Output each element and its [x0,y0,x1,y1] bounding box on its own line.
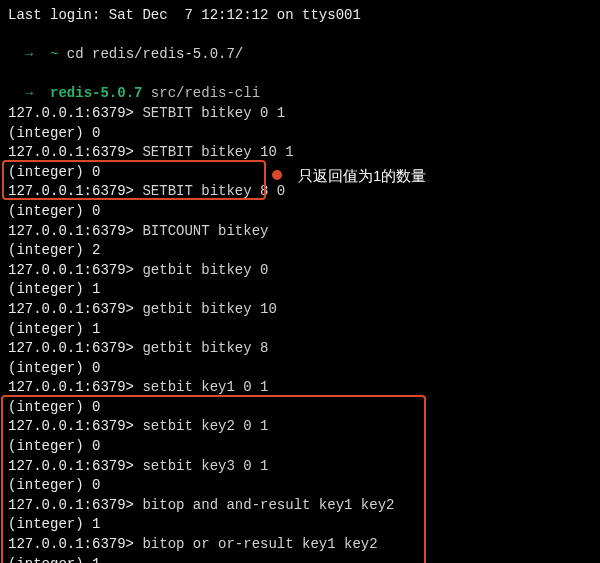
redis-prompt: 127.0.0.1:6379> [8,105,134,121]
shell-command: src/redis-cli [151,85,260,101]
redis-command-line[interactable]: 127.0.0.1:6379> getbit bitkey 8 [8,339,592,359]
redis-command-line[interactable]: 127.0.0.1:6379> SETBIT bitkey 10 1 [8,143,592,163]
redis-output: (integer) 1 [8,320,592,340]
redis-prompt: 127.0.0.1:6379> [8,458,134,474]
redis-prompt: 127.0.0.1:6379> [8,183,134,199]
redis-command: bitop or or-result key1 key2 [134,536,378,552]
redis-command-line[interactable]: 127.0.0.1:6379> setbit key1 0 1 [8,378,592,398]
redis-command-line[interactable]: 127.0.0.1:6379> setbit key2 0 1 [8,417,592,437]
redis-command-line[interactable]: 127.0.0.1:6379> bitop and and-result key… [8,496,592,516]
redis-output: (integer) 1 [8,515,592,535]
redis-command-line[interactable]: 127.0.0.1:6379> getbit bitkey 0 [8,261,592,281]
redis-command: SETBIT bitkey 0 1 [134,105,285,121]
redis-command: SETBIT bitkey 8 0 [134,183,285,199]
redis-prompt: 127.0.0.1:6379> [8,144,134,160]
redis-output: (integer) 1 [8,555,592,563]
redis-prompt: 127.0.0.1:6379> [8,497,134,513]
redis-command: setbit key1 0 1 [134,379,268,395]
redis-command: SETBIT bitkey 10 1 [134,144,294,160]
redis-prompt: 127.0.0.1:6379> [8,223,134,239]
redis-command-line[interactable]: 127.0.0.1:6379> BITCOUNT bitkey [8,222,592,242]
redis-output: (integer) 0 [8,359,592,379]
redis-command: setbit key3 0 1 [134,458,268,474]
redis-prompt: 127.0.0.1:6379> [8,301,134,317]
redis-prompt: 127.0.0.1:6379> [8,340,134,356]
redis-output: (integer) 1 [8,280,592,300]
redis-command-line[interactable]: 127.0.0.1:6379> getbit bitkey 10 [8,300,592,320]
redis-command-line[interactable]: 127.0.0.1:6379> SETBIT bitkey 0 1 [8,104,592,124]
redis-command: getbit bitkey 0 [134,262,268,278]
redis-command: BITCOUNT bitkey [134,223,268,239]
redis-prompt: 127.0.0.1:6379> [8,536,134,552]
annotation-dot-icon [272,170,282,180]
prompt-arrow-icon: → [25,85,33,101]
redis-output: (integer) 0 [8,202,592,222]
redis-output: (integer) 0 [8,476,592,496]
annotation-text: 只返回值为1的数量 [298,165,426,186]
redis-prompt: 127.0.0.1:6379> [8,262,134,278]
prompt-dir: redis-5.0.7 [50,85,142,101]
redis-command: getbit bitkey 8 [134,340,268,356]
redis-output: (integer) 2 [8,241,592,261]
shell-command: cd redis/redis-5.0.7/ [67,46,243,62]
last-login-line: Last login: Sat Dec 7 12:12:12 on ttys00… [8,6,592,26]
redis-command-line[interactable]: 127.0.0.1:6379> setbit key3 0 1 [8,457,592,477]
redis-command: bitop and and-result key1 key2 [134,497,394,513]
shell-prompt-1[interactable]: → ~ cd redis/redis-5.0.7/ [8,26,592,65]
prompt-tilde: ~ [50,46,58,62]
shell-prompt-2[interactable]: → redis-5.0.7 src/redis-cli [8,65,592,104]
redis-command: setbit key2 0 1 [134,418,268,434]
redis-prompt: 127.0.0.1:6379> [8,418,134,434]
redis-command: getbit bitkey 10 [134,301,277,317]
prompt-arrow-icon: → [25,46,33,62]
redis-output: (integer) 0 [8,437,592,457]
redis-prompt: 127.0.0.1:6379> [8,379,134,395]
redis-output: (integer) 0 [8,398,592,418]
redis-command-line[interactable]: 127.0.0.1:6379> bitop or or-result key1 … [8,535,592,555]
redis-output: (integer) 0 [8,124,592,144]
